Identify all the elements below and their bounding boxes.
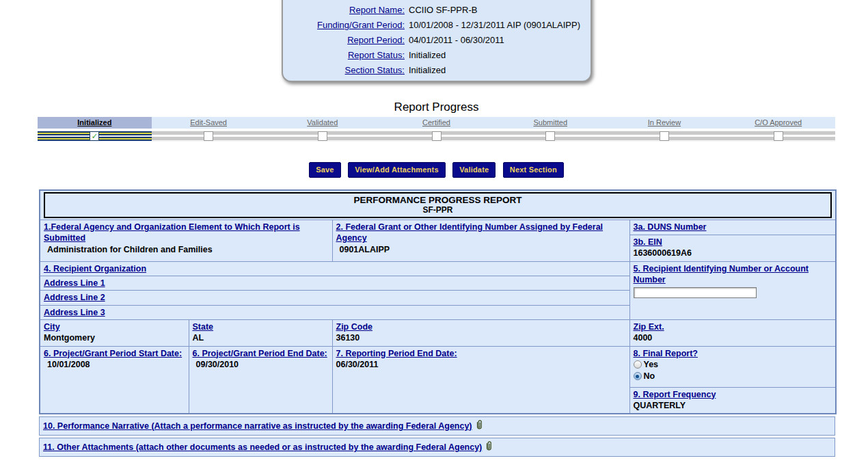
stage-checkbox-in-review[interactable] xyxy=(660,131,669,141)
form-header-box: PERFORMANCE PROGRESS REPORT SF-PPR xyxy=(44,192,832,218)
summary-row: Section Status: Initialized xyxy=(290,63,581,78)
final-report-yes-option[interactable]: Yes xyxy=(634,359,832,371)
final-report-no-radio[interactable] xyxy=(634,372,642,380)
progress-bar: ✓ xyxy=(38,131,835,142)
field-address-line-3: Address Line 3 xyxy=(40,305,629,319)
report-progress-title: Report Progress xyxy=(38,101,835,114)
recipient-id-input[interactable] xyxy=(634,287,757,298)
stage-certified[interactable]: Certified xyxy=(379,117,493,129)
funding-grant-period-link[interactable]: Funding/Grant Period: xyxy=(290,18,405,33)
federal-grant-value: 0901ALAIPP xyxy=(336,244,626,256)
zip-ext-label[interactable]: Zip Ext. xyxy=(634,322,664,332)
summary-row: Funding/Grant Period: 10/01/2008 - 12/31… xyxy=(290,18,581,33)
city-label[interactable]: City xyxy=(44,322,60,332)
final-report-no-option[interactable]: No xyxy=(634,371,832,382)
report-name-link[interactable]: Report Name: xyxy=(290,3,405,18)
field-reporting-end: 7. Reporting Period End Date: 06/30/2011 xyxy=(332,346,629,414)
report-summary-box: Report Name: CCIIO SF-PPR-B Funding/Gran… xyxy=(282,0,592,82)
stage-checkbox-certified[interactable] xyxy=(432,131,442,141)
zip-label[interactable]: Zip Code xyxy=(336,322,372,332)
field-address-line-1: Address Line 1 xyxy=(40,276,629,291)
field-duns: 3a. DUNS Number xyxy=(629,220,836,235)
federal-agency-label[interactable]: 1.Federal Agency and Organization Elemen… xyxy=(44,222,300,243)
reporting-end-value: 06/30/2011 xyxy=(336,359,626,371)
period-end-value: 09/30/2010 xyxy=(193,359,329,371)
field-recipient-id: 5. Recipient Identifying Number or Accou… xyxy=(629,261,836,319)
stage-edit-saved[interactable]: Edit-Saved xyxy=(152,117,266,129)
duns-label[interactable]: 3a. DUNS Number xyxy=(634,222,707,232)
state-value: AL xyxy=(193,332,329,345)
other-attachments-link[interactable]: 11. Other Attachments (attach other docu… xyxy=(43,442,482,453)
summary-row: Report Status: Initialized xyxy=(290,48,581,63)
stage-checkbox-submitted[interactable] xyxy=(545,131,555,141)
federal-agency-value: Administration for Children and Families xyxy=(44,244,329,256)
section-status-value: Initialized xyxy=(405,63,446,78)
form-subtitle: SF-PPR xyxy=(45,205,830,215)
city-value: Montgomery xyxy=(44,332,185,345)
period-start-value: 10/01/2008 xyxy=(44,359,185,371)
field-ein: 3b. EIN 1636000619A6 xyxy=(629,235,836,262)
validate-button[interactable]: Validate xyxy=(452,162,496,178)
report-period-value: 04/01/2011 - 06/30/2011 xyxy=(405,33,504,48)
field-recipient-org: 4. Recipient Organization xyxy=(40,261,629,276)
stage-label-row: Initialized Edit-Saved Validated Certifi… xyxy=(38,117,835,129)
period-end-label[interactable]: 6. Project/Grant Period End Date: xyxy=(193,349,327,358)
funding-grant-period-value: 10/01/2008 - 12/31/2011 AIP (0901ALAIPP) xyxy=(405,18,580,33)
zip-value: 36130 xyxy=(336,332,626,345)
field-zip-ext: Zip Ext. 4000 xyxy=(629,319,836,346)
field-address-line-2: Address Line 2 xyxy=(40,291,629,305)
report-status-link[interactable]: Report Status: xyxy=(290,48,405,63)
zip-ext-value: 4000 xyxy=(634,332,832,345)
view-add-attachments-button[interactable]: View/Add Attachments xyxy=(348,162,446,178)
stage-checkbox-validated[interactable] xyxy=(318,131,327,141)
period-start-label[interactable]: 6. Project/Grant Period Start Date: xyxy=(44,349,182,358)
other-attachments-row: 11. Other Attachments (attach other docu… xyxy=(39,438,835,457)
recipient-org-label[interactable]: 4. Recipient Organization xyxy=(44,264,146,274)
report-name-value: CCIIO SF-PPR-B xyxy=(405,3,477,18)
field-federal-agency: 1.Federal Agency and Organization Elemen… xyxy=(40,220,332,262)
stage-in-review[interactable]: In Review xyxy=(608,117,722,129)
field-period-start: 6. Project/Grant Period Start Date: 10/0… xyxy=(40,346,189,414)
summary-row: Report Period: 04/01/2011 - 06/30/2011 xyxy=(290,33,581,48)
ein-value: 1636000619A6 xyxy=(634,248,832,260)
recipient-id-label[interactable]: 5. Recipient Identifying Number or Accou… xyxy=(634,264,809,284)
paperclip-icon[interactable] xyxy=(475,419,483,433)
stage-checkbox-edit-saved[interactable] xyxy=(204,131,213,141)
reporting-end-label[interactable]: 7. Reporting Period End Date: xyxy=(336,349,457,358)
state-label[interactable]: State xyxy=(193,322,214,332)
field-final-report: 8. Final Report? Yes No xyxy=(629,346,836,387)
stage-checkbox-initialized[interactable]: ✓ xyxy=(90,131,99,141)
address-line-2-label[interactable]: Address Line 2 xyxy=(44,293,105,302)
form-title: PERFORMANCE PROGRESS REPORT xyxy=(45,195,830,205)
address-line-3-label[interactable]: Address Line 3 xyxy=(44,308,105,317)
toolbar: Save View/Add Attachments Validate Next … xyxy=(0,162,868,178)
stage-submitted[interactable]: Submitted xyxy=(493,117,608,129)
final-report-label[interactable]: 8. Final Report? xyxy=(634,349,698,358)
form-header-cell: PERFORMANCE PROGRESS REPORT SF-PPR xyxy=(40,190,836,220)
stage-initialized[interactable]: Initialized xyxy=(38,117,152,129)
report-status-value: Initialized xyxy=(405,48,446,63)
section-status-link[interactable]: Section Status: xyxy=(290,63,405,78)
ein-label[interactable]: 3b. EIN xyxy=(634,237,662,247)
progress-bar-pending-segment xyxy=(152,131,835,142)
stage-checkbox-co-approved[interactable] xyxy=(774,131,783,141)
stage-co-approved[interactable]: C/O Approved xyxy=(721,117,835,129)
frequency-label[interactable]: 9. Report Frequency xyxy=(634,390,716,399)
next-section-button[interactable]: Next Section xyxy=(503,162,564,178)
report-period-link[interactable]: Report Period: xyxy=(290,33,405,48)
report-progress-tracker: Initialized Edit-Saved Validated Certifi… xyxy=(38,117,835,142)
final-report-no-label: No xyxy=(644,371,655,381)
final-report-yes-radio[interactable] xyxy=(634,360,642,369)
stage-validated[interactable]: Validated xyxy=(265,117,379,129)
paperclip-icon[interactable] xyxy=(485,440,493,454)
field-zip: Zip Code 36130 xyxy=(332,319,629,346)
frequency-value: QUARTERLY xyxy=(634,400,832,412)
field-federal-grant: 2. Federal Grant or Other Identifying Nu… xyxy=(332,220,629,262)
federal-grant-label[interactable]: 2. Federal Grant or Other Identifying Nu… xyxy=(336,222,603,243)
save-button[interactable]: Save xyxy=(309,162,341,178)
field-frequency: 9. Report Frequency QUARTERLY xyxy=(629,387,836,414)
address-line-1-label[interactable]: Address Line 1 xyxy=(44,278,105,288)
performance-narrative-link[interactable]: 10. Performance Narrative (Attach a perf… xyxy=(43,421,472,431)
field-period-end: 6. Project/Grant Period End Date: 09/30/… xyxy=(189,346,332,414)
summary-row: Report Name: CCIIO SF-PPR-B xyxy=(290,3,581,18)
